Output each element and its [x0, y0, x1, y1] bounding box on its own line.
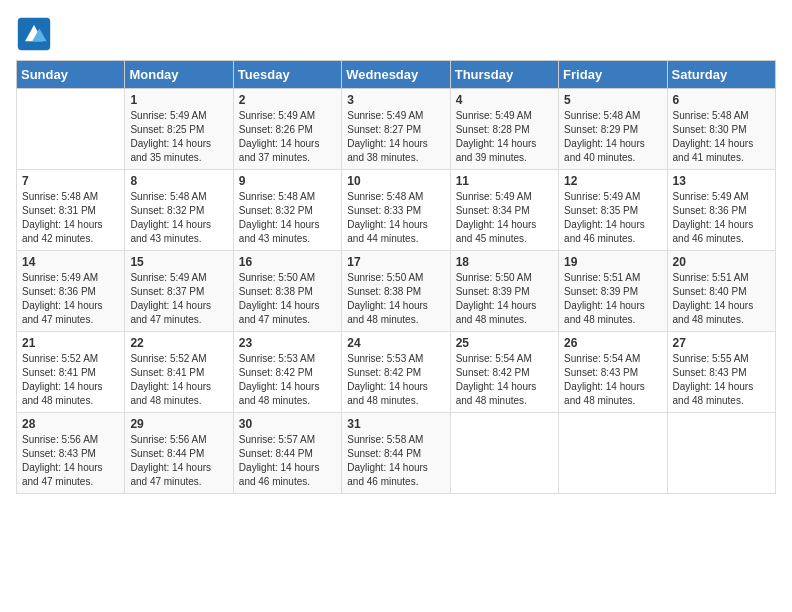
- day-cell: 29Sunrise: 5:56 AMSunset: 8:44 PMDayligh…: [125, 413, 233, 494]
- day-info: Sunrise: 5:49 AMSunset: 8:34 PMDaylight:…: [456, 190, 553, 246]
- header-cell-saturday: Saturday: [667, 61, 775, 89]
- day-number: 29: [130, 417, 227, 431]
- logo: [16, 16, 56, 52]
- day-info: Sunrise: 5:49 AMSunset: 8:26 PMDaylight:…: [239, 109, 336, 165]
- day-cell: 27Sunrise: 5:55 AMSunset: 8:43 PMDayligh…: [667, 332, 775, 413]
- day-info: Sunrise: 5:48 AMSunset: 8:32 PMDaylight:…: [130, 190, 227, 246]
- day-info: Sunrise: 5:56 AMSunset: 8:43 PMDaylight:…: [22, 433, 119, 489]
- day-number: 12: [564, 174, 661, 188]
- day-number: 11: [456, 174, 553, 188]
- week-row-2: 7Sunrise: 5:48 AMSunset: 8:31 PMDaylight…: [17, 170, 776, 251]
- calendar-body: 1Sunrise: 5:49 AMSunset: 8:25 PMDaylight…: [17, 89, 776, 494]
- day-cell: 16Sunrise: 5:50 AMSunset: 8:38 PMDayligh…: [233, 251, 341, 332]
- day-number: 3: [347, 93, 444, 107]
- day-info: Sunrise: 5:50 AMSunset: 8:38 PMDaylight:…: [347, 271, 444, 327]
- page-header: [16, 16, 776, 52]
- day-cell: [559, 413, 667, 494]
- day-cell: 15Sunrise: 5:49 AMSunset: 8:37 PMDayligh…: [125, 251, 233, 332]
- day-cell: 28Sunrise: 5:56 AMSunset: 8:43 PMDayligh…: [17, 413, 125, 494]
- day-number: 31: [347, 417, 444, 431]
- day-info: Sunrise: 5:49 AMSunset: 8:28 PMDaylight:…: [456, 109, 553, 165]
- day-cell: 23Sunrise: 5:53 AMSunset: 8:42 PMDayligh…: [233, 332, 341, 413]
- header-cell-wednesday: Wednesday: [342, 61, 450, 89]
- day-info: Sunrise: 5:49 AMSunset: 8:27 PMDaylight:…: [347, 109, 444, 165]
- day-number: 30: [239, 417, 336, 431]
- day-number: 18: [456, 255, 553, 269]
- day-number: 1: [130, 93, 227, 107]
- day-info: Sunrise: 5:49 AMSunset: 8:37 PMDaylight:…: [130, 271, 227, 327]
- day-cell: [17, 89, 125, 170]
- day-number: 6: [673, 93, 770, 107]
- day-number: 22: [130, 336, 227, 350]
- day-cell: 20Sunrise: 5:51 AMSunset: 8:40 PMDayligh…: [667, 251, 775, 332]
- day-cell: 10Sunrise: 5:48 AMSunset: 8:33 PMDayligh…: [342, 170, 450, 251]
- week-row-1: 1Sunrise: 5:49 AMSunset: 8:25 PMDaylight…: [17, 89, 776, 170]
- day-info: Sunrise: 5:54 AMSunset: 8:42 PMDaylight:…: [456, 352, 553, 408]
- day-info: Sunrise: 5:50 AMSunset: 8:38 PMDaylight:…: [239, 271, 336, 327]
- day-number: 20: [673, 255, 770, 269]
- day-info: Sunrise: 5:48 AMSunset: 8:29 PMDaylight:…: [564, 109, 661, 165]
- day-number: 5: [564, 93, 661, 107]
- day-number: 27: [673, 336, 770, 350]
- day-number: 4: [456, 93, 553, 107]
- header-cell-tuesday: Tuesday: [233, 61, 341, 89]
- day-number: 10: [347, 174, 444, 188]
- day-number: 16: [239, 255, 336, 269]
- day-info: Sunrise: 5:48 AMSunset: 8:31 PMDaylight:…: [22, 190, 119, 246]
- day-number: 15: [130, 255, 227, 269]
- day-cell: 26Sunrise: 5:54 AMSunset: 8:43 PMDayligh…: [559, 332, 667, 413]
- day-info: Sunrise: 5:49 AMSunset: 8:36 PMDaylight:…: [22, 271, 119, 327]
- day-info: Sunrise: 5:53 AMSunset: 8:42 PMDaylight:…: [239, 352, 336, 408]
- day-cell: 12Sunrise: 5:49 AMSunset: 8:35 PMDayligh…: [559, 170, 667, 251]
- day-info: Sunrise: 5:55 AMSunset: 8:43 PMDaylight:…: [673, 352, 770, 408]
- logo-icon: [16, 16, 52, 52]
- header-row: SundayMondayTuesdayWednesdayThursdayFrid…: [17, 61, 776, 89]
- day-info: Sunrise: 5:52 AMSunset: 8:41 PMDaylight:…: [130, 352, 227, 408]
- day-cell: 11Sunrise: 5:49 AMSunset: 8:34 PMDayligh…: [450, 170, 558, 251]
- day-cell: 7Sunrise: 5:48 AMSunset: 8:31 PMDaylight…: [17, 170, 125, 251]
- day-info: Sunrise: 5:50 AMSunset: 8:39 PMDaylight:…: [456, 271, 553, 327]
- day-cell: 24Sunrise: 5:53 AMSunset: 8:42 PMDayligh…: [342, 332, 450, 413]
- day-cell: [667, 413, 775, 494]
- calendar-table: SundayMondayTuesdayWednesdayThursdayFrid…: [16, 60, 776, 494]
- day-info: Sunrise: 5:51 AMSunset: 8:40 PMDaylight:…: [673, 271, 770, 327]
- day-number: 13: [673, 174, 770, 188]
- week-row-3: 14Sunrise: 5:49 AMSunset: 8:36 PMDayligh…: [17, 251, 776, 332]
- day-info: Sunrise: 5:56 AMSunset: 8:44 PMDaylight:…: [130, 433, 227, 489]
- day-cell: 19Sunrise: 5:51 AMSunset: 8:39 PMDayligh…: [559, 251, 667, 332]
- day-number: 8: [130, 174, 227, 188]
- day-info: Sunrise: 5:54 AMSunset: 8:43 PMDaylight:…: [564, 352, 661, 408]
- day-cell: 22Sunrise: 5:52 AMSunset: 8:41 PMDayligh…: [125, 332, 233, 413]
- day-cell: 18Sunrise: 5:50 AMSunset: 8:39 PMDayligh…: [450, 251, 558, 332]
- week-row-4: 21Sunrise: 5:52 AMSunset: 8:41 PMDayligh…: [17, 332, 776, 413]
- day-info: Sunrise: 5:58 AMSunset: 8:44 PMDaylight:…: [347, 433, 444, 489]
- header-cell-sunday: Sunday: [17, 61, 125, 89]
- day-cell: 25Sunrise: 5:54 AMSunset: 8:42 PMDayligh…: [450, 332, 558, 413]
- day-cell: 8Sunrise: 5:48 AMSunset: 8:32 PMDaylight…: [125, 170, 233, 251]
- day-number: 17: [347, 255, 444, 269]
- day-info: Sunrise: 5:49 AMSunset: 8:36 PMDaylight:…: [673, 190, 770, 246]
- day-number: 25: [456, 336, 553, 350]
- day-number: 2: [239, 93, 336, 107]
- header-cell-friday: Friday: [559, 61, 667, 89]
- calendar-header: SundayMondayTuesdayWednesdayThursdayFrid…: [17, 61, 776, 89]
- day-cell: 30Sunrise: 5:57 AMSunset: 8:44 PMDayligh…: [233, 413, 341, 494]
- day-cell: 2Sunrise: 5:49 AMSunset: 8:26 PMDaylight…: [233, 89, 341, 170]
- day-number: 19: [564, 255, 661, 269]
- day-cell: 17Sunrise: 5:50 AMSunset: 8:38 PMDayligh…: [342, 251, 450, 332]
- day-number: 21: [22, 336, 119, 350]
- day-number: 26: [564, 336, 661, 350]
- day-cell: 5Sunrise: 5:48 AMSunset: 8:29 PMDaylight…: [559, 89, 667, 170]
- day-cell: 4Sunrise: 5:49 AMSunset: 8:28 PMDaylight…: [450, 89, 558, 170]
- day-cell: [450, 413, 558, 494]
- day-info: Sunrise: 5:49 AMSunset: 8:25 PMDaylight:…: [130, 109, 227, 165]
- day-cell: 21Sunrise: 5:52 AMSunset: 8:41 PMDayligh…: [17, 332, 125, 413]
- day-number: 14: [22, 255, 119, 269]
- day-info: Sunrise: 5:51 AMSunset: 8:39 PMDaylight:…: [564, 271, 661, 327]
- day-cell: 1Sunrise: 5:49 AMSunset: 8:25 PMDaylight…: [125, 89, 233, 170]
- day-number: 23: [239, 336, 336, 350]
- day-number: 24: [347, 336, 444, 350]
- day-number: 28: [22, 417, 119, 431]
- day-info: Sunrise: 5:49 AMSunset: 8:35 PMDaylight:…: [564, 190, 661, 246]
- day-cell: 6Sunrise: 5:48 AMSunset: 8:30 PMDaylight…: [667, 89, 775, 170]
